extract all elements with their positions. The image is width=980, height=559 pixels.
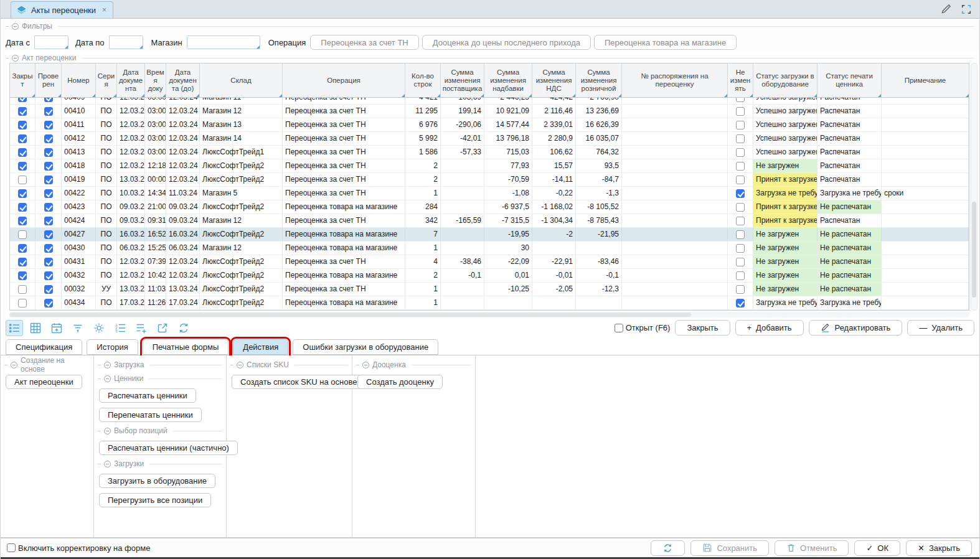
column-header-order_no[interactable]: № распоряжения на переоценку [622, 63, 728, 97]
table-row[interactable]: 00409ПО12.03.2403:0012.03.24Магазин 11Пе… [10, 98, 969, 105]
checkbox-box[interactable] [615, 324, 623, 332]
closed-checkbox[interactable] [18, 217, 27, 225]
collapse-icon[interactable] [104, 461, 111, 467]
date-to-input[interactable] [110, 36, 143, 49]
table-row[interactable]: 00032УУ13.03.2411:0313.03.24ЛюксСофтТрей… [10, 283, 969, 296]
list-view-icon[interactable] [6, 320, 23, 336]
tab-print-forms[interactable]: Печатные формы [143, 339, 229, 355]
operation-filter-button-tn[interactable]: Переоценка за счет ТН [310, 35, 418, 50]
no_change-checkbox[interactable] [736, 189, 745, 198]
column-header-sum_vat[interactable]: Сумма изменения НДС [532, 63, 576, 97]
table-row[interactable]: 00423ПО09.03.2421:0009.03.24ЛюксСофтТрей… [10, 200, 969, 214]
table-row[interactable]: 00427ПО16.03.2416:5216.03.24ЛюксСофтТрей… [10, 228, 969, 242]
store-input[interactable] [187, 36, 260, 49]
save-button[interactable]: Сохранить [690, 540, 769, 556]
add-to-list-icon[interactable] [133, 320, 150, 336]
create-sku-list-button[interactable]: Создать список SKU на основе [232, 375, 365, 389]
verified-checkbox[interactable] [44, 121, 53, 129]
no_change-checkbox[interactable] [736, 107, 745, 116]
checkbox-box[interactable] [7, 543, 16, 552]
collapse-icon[interactable] [11, 362, 17, 369]
open-external-icon[interactable] [154, 320, 171, 336]
delete-button[interactable]: —Удалить [907, 320, 974, 336]
cancel-button[interactable]: Отменить [775, 540, 849, 556]
column-header-row_count[interactable]: Кол-во строк [405, 63, 441, 97]
column-header-closed[interactable]: Закрыт [10, 63, 35, 97]
verified-checkbox[interactable] [44, 217, 53, 225]
grid-view-icon[interactable] [27, 320, 44, 336]
print-price-tags-partial-button[interactable]: Распечатать ценники (частично) [99, 441, 238, 455]
print-price-tags-button[interactable]: Распечатать ценники [99, 388, 196, 403]
table-row[interactable]: 00422ПО10.03.2414:3411.03.24Магазин 5Пер… [10, 187, 969, 200]
no_change-checkbox[interactable] [736, 203, 745, 212]
collapse-icon[interactable] [104, 428, 111, 435]
table-row[interactable]: 00424ПО09.03.2409:3109.03.24Магазин 12Пе… [10, 214, 969, 228]
filter-icon[interactable] [69, 320, 87, 336]
edit-button[interactable]: Редактировать [809, 320, 903, 336]
closed-checkbox[interactable] [18, 203, 27, 212]
column-header-sum_retail[interactable]: Сумма изменения розничной [576, 63, 622, 97]
table-row[interactable]: 00411ПО12.03.2403:0012.03.24Магазин 13Пе… [10, 118, 969, 132]
column-header-no_change[interactable]: Не изменять [728, 63, 753, 97]
enable-form-adjustment-checkbox[interactable]: Включить корректировку на форме [7, 543, 150, 553]
verified-checkbox[interactable] [44, 299, 53, 308]
table-row[interactable]: 00434ПО17.03.2411:2617.03.24ЛюксСофтТрей… [10, 296, 969, 310]
column-header-print_status[interactable]: Статус печати ценника [817, 63, 882, 97]
column-header-number[interactable]: Номер [62, 63, 96, 97]
horizontal-scrollbar-thumb[interactable] [9, 312, 691, 317]
close-record-button[interactable]: Закрыть [675, 320, 730, 336]
table-row[interactable]: 00412ПО12.03.2403:0012.03.24Магазин 14Пе… [10, 132, 969, 146]
closed-checkbox[interactable] [18, 176, 27, 184]
closed-checkbox[interactable] [18, 162, 27, 171]
closed-checkbox[interactable] [18, 148, 27, 157]
table-row[interactable]: 00431ПО12.03.2407:3912.03.24ЛюксСофтТрей… [10, 255, 969, 269]
table-row[interactable]: 00432ПО12.03.2410:4212.03.24ЛюксСофтТрей… [10, 269, 969, 283]
no_change-checkbox[interactable] [736, 98, 745, 102]
add-button[interactable]: +Добавить [735, 320, 804, 336]
closed-checkbox[interactable] [18, 271, 27, 280]
edit-pencil-icon[interactable] [940, 3, 952, 15]
create-surcharge-button[interactable]: Создать дооценку [357, 375, 443, 389]
numbered-list-icon[interactable]: 123 [111, 320, 129, 336]
verified-checkbox[interactable] [44, 230, 53, 239]
operation-filter-button-last-price[interactable]: Дооценка до цены последнего прихода [422, 35, 591, 50]
calendar-view-icon[interactable] [48, 320, 65, 336]
column-header-load_status[interactable]: Статус загрузки в оборудование [753, 63, 817, 97]
closed-checkbox[interactable] [18, 244, 27, 253]
collapse-icon[interactable] [237, 362, 243, 369]
operation-filter-button-store[interactable]: Переоценка товара на магазине [594, 35, 737, 50]
verified-checkbox[interactable] [44, 285, 53, 294]
open-f6-checkbox[interactable]: Открыт (F6) [615, 323, 671, 332]
verified-checkbox[interactable] [44, 244, 53, 253]
date-from-input[interactable] [35, 36, 68, 49]
no_change-checkbox[interactable] [736, 134, 745, 143]
refresh-button[interactable] [651, 540, 685, 556]
verified-checkbox[interactable] [44, 258, 53, 266]
collapse-icon[interactable] [362, 362, 369, 369]
verified-checkbox[interactable] [44, 162, 53, 171]
no_change-checkbox[interactable] [736, 230, 745, 239]
closed-checkbox[interactable] [18, 98, 27, 102]
verified-checkbox[interactable] [44, 98, 53, 102]
table-row[interactable]: 00430ПО06.03.2415:2506.03.24Магазин 12Пе… [10, 242, 969, 255]
column-header-verified[interactable]: Проверен [35, 63, 62, 97]
verified-checkbox[interactable] [44, 271, 53, 280]
column-header-note[interactable]: Примечание [882, 63, 969, 97]
reprint-price-tags-button[interactable]: Перепечатать ценники [99, 408, 202, 422]
tab-history[interactable]: История [87, 339, 138, 355]
table-row[interactable]: 00413ПО12.03.2403:0012.03.24ЛюксСофтТрей… [10, 146, 969, 159]
vertical-scrollbar[interactable] [971, 63, 978, 311]
column-header-doc_date_to[interactable]: Дата документа (до) [166, 63, 200, 97]
collapse-icon[interactable] [104, 375, 111, 382]
table-row[interactable]: 00419ПО13.03.2400:0012.03.24ЛюксСофтТрей… [10, 173, 969, 187]
closed-checkbox[interactable] [18, 189, 27, 198]
document-tab[interactable]: Акты переоценки × [11, 1, 113, 18]
vertical-scrollbar-thumb[interactable] [972, 202, 976, 298]
tab-close-icon[interactable]: × [102, 6, 106, 14]
tab-specification[interactable]: Спецификация [6, 339, 82, 355]
collapse-icon[interactable] [12, 55, 19, 62]
tab-load-errors[interactable]: Ошибки загрузки в оборудование [293, 339, 438, 355]
table-row[interactable]: 00410ПО12.03.2403:0012.03.24Магазин 12Пе… [10, 105, 969, 118]
collapse-icon[interactable] [104, 362, 111, 369]
no_change-checkbox[interactable] [736, 285, 745, 294]
